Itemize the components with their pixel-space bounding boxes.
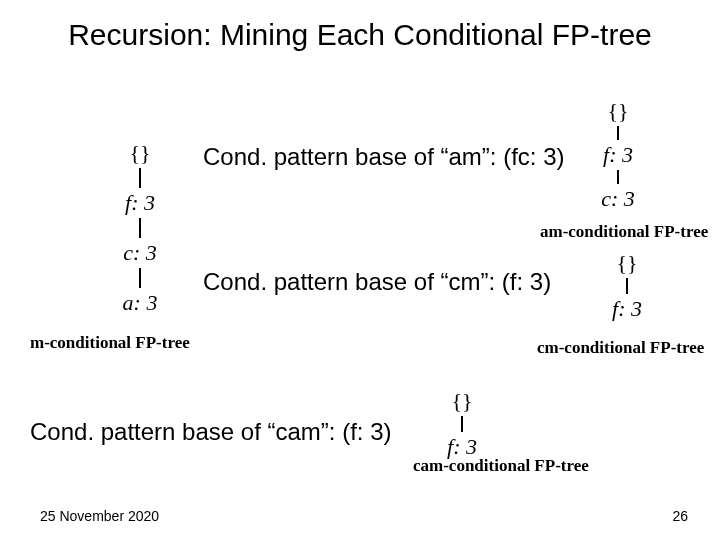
connector-icon	[139, 218, 141, 238]
tree-am-root: {}	[588, 98, 648, 124]
tree-m-root: {}	[110, 140, 170, 166]
tree-cam-caption: cam-conditional FP-tree	[413, 456, 589, 476]
tree-am-node-c: c: 3	[588, 186, 648, 212]
connector-icon	[617, 170, 619, 184]
cond-text-cm: Cond. pattern base of “cm”: (f: 3)	[203, 268, 551, 296]
tree-m-caption: m-conditional FP-tree	[30, 333, 190, 353]
connector-icon	[139, 268, 141, 288]
footer-page-number: 26	[672, 508, 688, 524]
tree-cm-node-f: f: 3	[597, 296, 657, 322]
page-title: Recursion: Mining Each Conditional FP-tr…	[0, 18, 720, 52]
tree-m-node-f: f: 3	[110, 190, 170, 216]
tree-m: {} f: 3 c: 3 a: 3	[110, 140, 170, 316]
tree-cm-caption: cm-conditional FP-tree	[537, 338, 704, 358]
tree-cam: {} f: 3	[432, 388, 492, 460]
tree-am-caption: am-conditional FP-tree	[540, 222, 708, 242]
cond-text-am: Cond. pattern base of “am”: (fc: 3)	[203, 143, 565, 171]
tree-m-node-a: a: 3	[110, 290, 170, 316]
connector-icon	[626, 278, 628, 294]
connector-icon	[139, 168, 141, 188]
tree-cm-root: {}	[597, 250, 657, 276]
footer-date: 25 November 2020	[40, 508, 159, 524]
tree-am-node-f: f: 3	[588, 142, 648, 168]
tree-am: {} f: 3 c: 3	[588, 98, 648, 212]
connector-icon	[461, 416, 463, 432]
tree-cm: {} f: 3	[597, 250, 657, 322]
tree-m-node-c: c: 3	[110, 240, 170, 266]
tree-cam-root: {}	[432, 388, 492, 414]
connector-icon	[617, 126, 619, 140]
cond-text-cam: Cond. pattern base of “cam”: (f: 3)	[30, 418, 392, 446]
